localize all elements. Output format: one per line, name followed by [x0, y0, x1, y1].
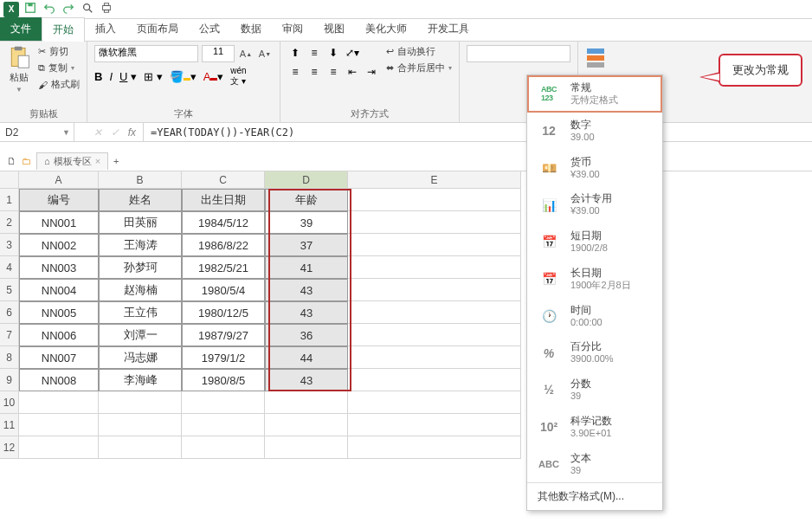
tab-review[interactable]: 审阅 — [272, 17, 313, 41]
cell-age-5[interactable]: 43 — [265, 279, 348, 301]
empty-cell[interactable] — [19, 391, 99, 414]
align-middle-icon[interactable]: ≡ — [306, 45, 322, 61]
cell-name-6[interactable]: 王立伟 — [99, 301, 182, 324]
redo-icon[interactable] — [62, 2, 74, 16]
decrease-font-icon[interactable]: A▼ — [257, 46, 273, 61]
decrease-indent-icon[interactable]: ⇤ — [345, 64, 360, 80]
cell-dob-3[interactable]: 1986/8/22 — [182, 234, 265, 256]
cell-id-5[interactable]: NN004 — [19, 279, 99, 301]
format-scientific[interactable]: 10² 科学记数3.90E+01 — [527, 409, 662, 446]
empty-cell[interactable] — [348, 391, 521, 414]
tab-file[interactable]: 文件 — [0, 17, 42, 41]
font-color-button[interactable]: A▾ — [203, 70, 224, 83]
empty-cell[interactable] — [99, 436, 182, 459]
row-header-3[interactable]: 3 — [0, 234, 19, 256]
chevron-down-icon[interactable]: ▼ — [62, 128, 70, 137]
col-header-B[interactable]: B — [99, 171, 182, 189]
empty-cell[interactable] — [265, 391, 348, 414]
select-all-corner[interactable] — [0, 171, 19, 189]
row-header-10[interactable]: 10 — [0, 391, 19, 414]
col-header-E[interactable]: E — [348, 171, 521, 189]
merge-center-button[interactable]: ⬌ 合并后居中 ▾ — [386, 61, 452, 74]
tab-insert[interactable]: 插入 — [85, 17, 126, 41]
align-top-icon[interactable]: ⬆ — [287, 45, 303, 61]
cell-dob-2[interactable]: 1984/5/12 — [182, 211, 265, 234]
row-header-11[interactable]: 11 — [0, 414, 19, 436]
format-text[interactable]: ABC 文本39 — [527, 446, 662, 483]
enter-icon[interactable]: ✓ — [111, 126, 119, 139]
print-icon[interactable] — [100, 2, 113, 16]
cell-age-4[interactable]: 41 — [265, 256, 348, 279]
tab-page-layout[interactable]: 页面布局 — [126, 17, 189, 41]
col-header-D[interactable]: D — [265, 171, 348, 189]
number-format-dropdown[interactable] — [467, 45, 570, 62]
row-header-9[interactable]: 9 — [0, 369, 19, 391]
font-size-select[interactable]: 11 — [202, 45, 235, 62]
more-number-formats[interactable]: 其他数字格式(M)... — [527, 482, 662, 510]
format-long-date[interactable]: 📅 长日期1900年2月8日 — [527, 261, 662, 298]
tab-view[interactable]: 视图 — [313, 17, 355, 41]
new-sheet-icon[interactable]: 🗋 — [7, 156, 16, 166]
undo-icon[interactable] — [43, 2, 55, 16]
align-right-icon[interactable]: ≡ — [325, 64, 341, 80]
format-number[interactable]: 12 数字39.00 — [527, 113, 662, 150]
tab-data[interactable]: 数据 — [230, 17, 272, 41]
row-header-1[interactable]: 1 — [0, 189, 19, 211]
save-icon[interactable] — [24, 2, 36, 16]
cell-age-6[interactable]: 43 — [265, 301, 348, 324]
row-header-6[interactable]: 6 — [0, 301, 19, 324]
font-name-select[interactable]: 微软雅黑 — [94, 45, 198, 62]
folder-icon[interactable]: 🗀 — [22, 156, 31, 166]
increase-font-icon[interactable]: A▲ — [238, 46, 254, 61]
increase-indent-icon[interactable]: ⇥ — [364, 64, 379, 80]
cell-E6[interactable] — [348, 301, 521, 324]
cell-E2[interactable] — [348, 211, 521, 234]
format-accounting[interactable]: 📊 会计专用¥39.00 — [527, 186, 662, 223]
cell-E8[interactable] — [348, 346, 521, 369]
orientation-icon[interactable]: ⤢▾ — [345, 45, 360, 61]
spreadsheet-grid[interactable]: ABCDE1编号姓名出生日期年龄2NN001田英丽1984/5/12393NN0… — [0, 171, 812, 459]
fx-icon[interactable]: fx — [128, 126, 136, 139]
cell-E1[interactable] — [348, 189, 521, 211]
cell-E9[interactable] — [348, 369, 521, 391]
empty-cell[interactable] — [99, 391, 182, 414]
format-short-date[interactable]: 📅 短日期1900/2/8 — [527, 223, 662, 261]
cell-dob-4[interactable]: 1982/5/21 — [182, 256, 265, 279]
tab-template[interactable]: ⌂ 模板专区 × — [36, 152, 108, 170]
tab-home[interactable]: 开始 — [42, 17, 85, 42]
empty-cell[interactable] — [265, 436, 348, 459]
cell-name-7[interactable]: 刘潭一 — [99, 324, 182, 346]
cell-id-4[interactable]: NN003 — [19, 256, 99, 279]
cell-dob-5[interactable]: 1980/5/4 — [182, 279, 265, 301]
cell-dob-6[interactable]: 1980/12/5 — [182, 301, 265, 324]
format-painter-button[interactable]: 🖌 格式刷 — [38, 78, 80, 91]
cell-id-8[interactable]: NN007 — [19, 346, 99, 369]
empty-cell[interactable] — [99, 414, 182, 436]
cell-name-5[interactable]: 赵海楠 — [99, 279, 182, 301]
tab-developer[interactable]: 开发工具 — [417, 17, 480, 41]
empty-cell[interactable] — [182, 436, 265, 459]
formula-input[interactable]: =YEAR(TODAY())-YEAR(C2) — [144, 123, 812, 141]
tab-beautify[interactable]: 美化大师 — [355, 17, 417, 41]
row-header-5[interactable]: 5 — [0, 279, 19, 301]
align-bottom-icon[interactable]: ⬇ — [325, 45, 341, 61]
fill-color-button[interactable]: 🪣▾ — [170, 70, 197, 83]
align-left-icon[interactable]: ≡ — [287, 64, 303, 80]
empty-cell[interactable] — [182, 414, 265, 436]
row-header-8[interactable]: 8 — [0, 346, 19, 369]
cell-dob-7[interactable]: 1987/9/27 — [182, 324, 265, 346]
name-box[interactable]: D2 ▼ — [0, 123, 74, 141]
underline-button[interactable]: U ▾ — [119, 70, 137, 83]
cell-id-6[interactable]: NN005 — [19, 301, 99, 324]
format-fraction[interactable]: ½ 分数39 — [527, 371, 662, 409]
empty-cell[interactable] — [348, 436, 521, 459]
cell-age-9[interactable]: 43 — [265, 369, 348, 391]
wrap-text-button[interactable]: ↩ 自动换行 — [386, 45, 452, 58]
cell-id-7[interactable]: NN006 — [19, 324, 99, 346]
row-header-4[interactable]: 4 — [0, 256, 19, 279]
format-time[interactable]: 🕐 时间0:00:00 — [527, 298, 662, 335]
bold-button[interactable]: B — [94, 70, 102, 83]
cancel-icon[interactable]: ✕ — [93, 126, 102, 139]
cell-E4[interactable] — [348, 256, 521, 279]
format-currency[interactable]: 💴 货币¥39.00 — [527, 150, 662, 187]
